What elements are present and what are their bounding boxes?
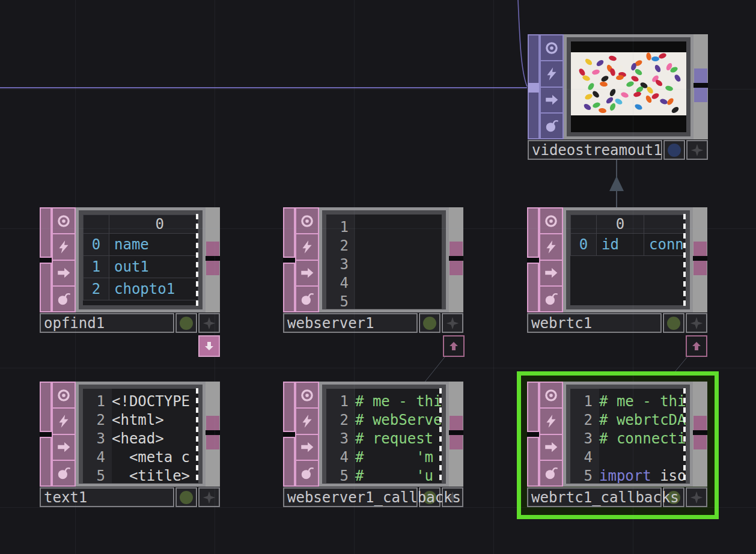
input-connector[interactable] — [283, 437, 295, 487]
node-name-field[interactable]: webserver1 — [283, 313, 418, 333]
node-webrtc1-callbacks[interactable]: 1# me - thi2# webrtcDA3# connecti45impor… — [527, 382, 707, 507]
node-name-field[interactable]: webserver1_callbacks — [283, 487, 418, 507]
output-connector-bar[interactable] — [206, 207, 220, 312]
output-connector[interactable] — [694, 261, 707, 275]
output-connector[interactable] — [206, 261, 219, 275]
cook-flag-button[interactable] — [52, 461, 76, 487]
output-connector[interactable] — [694, 416, 707, 430]
status-cell[interactable] — [663, 140, 685, 160]
output-connector[interactable] — [206, 242, 219, 256]
input-connector-strip[interactable] — [283, 382, 295, 487]
export-flag-button[interactable] — [52, 261, 76, 287]
node-viewer[interactable]: 00name1out12chopto1 — [76, 207, 206, 312]
status-cell[interactable] — [175, 487, 197, 507]
node-name-field[interactable]: opfind1 — [40, 313, 174, 333]
input-connector[interactable] — [527, 382, 539, 432]
cook-flag-button[interactable] — [539, 461, 563, 487]
output-connector[interactable] — [450, 242, 463, 256]
bypass-flag-button[interactable] — [52, 234, 76, 260]
output-connector[interactable] — [450, 416, 463, 430]
node-viewer[interactable]: 1# me - thi2# webServe3# request 4# 'm5#… — [319, 382, 449, 487]
input-connector[interactable] — [527, 263, 539, 313]
output-connector[interactable] — [694, 68, 707, 83]
input-connector-strip[interactable] — [40, 207, 52, 312]
output-connector[interactable] — [450, 261, 463, 275]
star-cell[interactable] — [198, 313, 220, 333]
status-cell[interactable] — [419, 313, 440, 333]
input-connector-strip[interactable] — [528, 34, 540, 139]
export-flag-button[interactable] — [539, 261, 563, 287]
node-opfind1[interactable]: 00name1out12chopto1 opfind1 — [40, 207, 220, 333]
viewer-flag-button[interactable] — [295, 382, 319, 409]
node-viewer[interactable]: 1# me - thi2# webrtcDA3# connecti45impor… — [563, 382, 693, 487]
input-connector[interactable] — [527, 437, 539, 487]
star-cell[interactable] — [686, 313, 707, 333]
input-connector-strip[interactable] — [527, 207, 539, 312]
node-text1[interactable]: 1<!DOCTYPE2<html>3<head>4 <meta c5 <titl… — [40, 382, 220, 507]
output-connector-bar[interactable] — [693, 382, 707, 487]
dock-button-opfind1[interactable] — [198, 335, 220, 357]
cook-flag-button[interactable] — [52, 287, 76, 312]
input-connector[interactable] — [40, 437, 52, 487]
star-cell[interactable] — [198, 487, 220, 507]
star-cell[interactable] — [686, 140, 708, 160]
node-name-field[interactable]: webrtc1 — [527, 313, 662, 333]
node-webserver1-callbacks[interactable]: 1# me - thi2# webServe3# request 4# 'm5#… — [283, 382, 463, 507]
input-connector[interactable] — [527, 207, 539, 258]
export-flag-button[interactable] — [539, 435, 563, 461]
viewer-flag-button[interactable] — [295, 207, 319, 234]
cook-flag-button[interactable] — [540, 114, 564, 139]
star-cell[interactable] — [686, 487, 707, 507]
input-connector-strip[interactable] — [40, 382, 52, 487]
output-connector-bar[interactable] — [693, 207, 707, 312]
node-viewer[interactable]: 12345 — [319, 207, 449, 312]
network-canvas[interactable]: videostreamout1 00name1out12chopto1 — [0, 0, 756, 554]
output-connector-bar[interactable] — [694, 34, 708, 139]
viewer-flag-button[interactable] — [52, 382, 76, 409]
status-cell[interactable] — [175, 313, 197, 333]
node-name-field[interactable]: text1 — [40, 487, 174, 507]
output-connector[interactable] — [206, 416, 219, 430]
bypass-flag-button[interactable] — [295, 234, 319, 260]
output-connector[interactable] — [694, 88, 707, 102]
output-connector[interactable] — [206, 435, 219, 449]
input-connector[interactable] — [40, 263, 52, 313]
bypass-flag-button[interactable] — [539, 234, 563, 260]
viewer-flag-button[interactable] — [540, 34, 564, 61]
export-flag-button[interactable] — [295, 435, 319, 461]
bypass-flag-button[interactable] — [539, 409, 563, 434]
node-webrtc1[interactable]: 00idconnecti webrtc1 — [527, 207, 707, 333]
input-connector-strip[interactable] — [527, 382, 539, 487]
output-connector[interactable] — [694, 435, 707, 449]
export-flag-button[interactable] — [540, 88, 564, 114]
output-connector-bar[interactable] — [206, 382, 220, 487]
viewer-flag-button[interactable] — [539, 207, 563, 234]
status-cell[interactable] — [663, 313, 684, 333]
node-webserver1[interactable]: 12345 webserver1 — [283, 207, 463, 333]
output-connector-bar[interactable] — [449, 382, 463, 487]
export-flag-button[interactable] — [52, 435, 76, 461]
output-connector-bar[interactable] — [449, 207, 463, 312]
star-cell[interactable] — [442, 313, 463, 333]
input-connector[interactable] — [283, 382, 295, 432]
output-connector[interactable] — [450, 435, 463, 449]
input-connector[interactable] — [528, 83, 539, 93]
bypass-flag-button[interactable] — [295, 409, 319, 434]
input-connector[interactable] — [283, 263, 295, 313]
node-name-field[interactable]: videostreamout1 — [528, 140, 662, 160]
bypass-flag-button[interactable] — [52, 409, 76, 434]
bypass-flag-button[interactable] — [540, 61, 564, 87]
node-viewer[interactable]: 1<!DOCTYPE2<html>3<head>4 <meta c5 <titl… — [76, 382, 206, 487]
node-viewer[interactable]: 00idconnecti — [563, 207, 693, 312]
input-connector[interactable] — [40, 207, 52, 258]
node-viewer[interactable] — [564, 34, 694, 139]
cook-flag-button[interactable] — [539, 287, 563, 312]
node-videostreamout1[interactable]: videostreamout1 — [528, 34, 708, 160]
cook-flag-button[interactable] — [295, 461, 319, 487]
input-connector[interactable] — [40, 382, 52, 432]
input-connector[interactable] — [283, 207, 295, 258]
viewer-flag-button[interactable] — [539, 382, 563, 409]
input-connector-strip[interactable] — [283, 207, 295, 312]
dock-button-webserver1[interactable] — [443, 335, 465, 357]
export-flag-button[interactable] — [295, 261, 319, 287]
